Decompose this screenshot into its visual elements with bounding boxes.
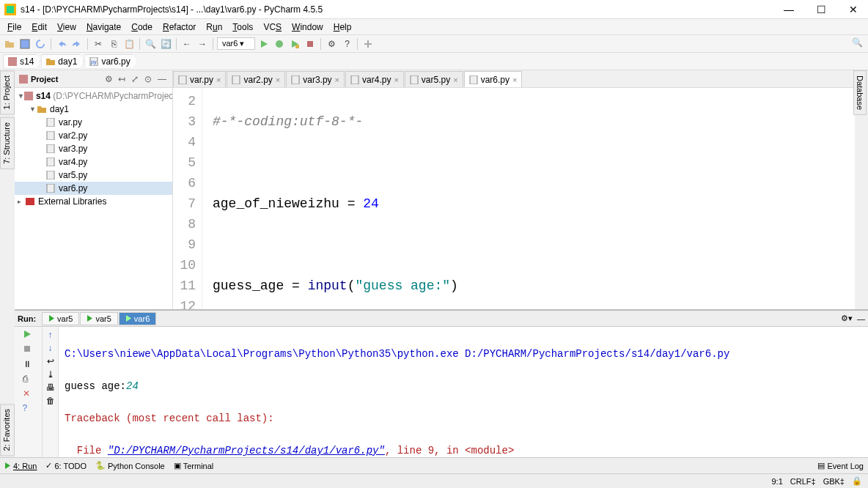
- replace-icon[interactable]: 🔄: [159, 37, 172, 51]
- help-icon[interactable]: ?: [340, 37, 353, 51]
- run-icon[interactable]: [257, 37, 271, 51]
- forward-icon[interactable]: →: [196, 37, 209, 51]
- settings-icon[interactable]: ⚙▾: [841, 314, 853, 323]
- close-button[interactable]: ✕: [843, 4, 864, 15]
- bottom-tab-run[interactable]: 4: Run: [4, 462, 37, 470]
- bottom-tab-python-console[interactable]: 🐍 Python Console: [95, 461, 165, 470]
- menu-code[interactable]: Code: [127, 21, 157, 34]
- code-area[interactable]: #-*-coding:utf-8-*- age_of_nieweizhu = 2…: [202, 88, 855, 309]
- lock-icon[interactable]: 🔒: [852, 476, 862, 486]
- side-tab-project[interactable]: 1: Project: [0, 70, 15, 114]
- code-editor[interactable]: 2345678910111213 #-*-coding:utf-8-*- age…: [173, 88, 855, 309]
- menu-tools[interactable]: Tools: [228, 21, 257, 34]
- side-tab-database[interactable]: Database: [853, 70, 867, 115]
- minimize-button[interactable]: —: [779, 4, 799, 15]
- close-tab-icon[interactable]: ×: [276, 75, 280, 84]
- side-tab-favorites[interactable]: 2: Favorites: [0, 404, 15, 456]
- tree-root[interactable]: ▼s14 (D:\PYCHARM\PycharmProjects\s14): [15, 89, 172, 103]
- menu-vcs[interactable]: VCS: [259, 21, 286, 34]
- copy-icon[interactable]: ⎘: [107, 37, 120, 51]
- pause-icon[interactable]: ⏸: [23, 359, 34, 371]
- crumb-file[interactable]: pyvar6.py: [84, 54, 136, 69]
- run-tab[interactable]: var5: [80, 312, 117, 325]
- sync-icon[interactable]: [34, 37, 47, 51]
- undo-icon[interactable]: [55, 37, 68, 51]
- menu-edit[interactable]: Edit: [27, 21, 51, 34]
- menu-run[interactable]: Run: [202, 21, 227, 34]
- find-icon[interactable]: 🔍: [144, 37, 157, 51]
- run-tab[interactable]: var5: [42, 312, 79, 325]
- tree-file[interactable]: var2.py: [15, 129, 172, 142]
- coverage-icon[interactable]: [288, 37, 301, 51]
- svg-rect-17: [26, 198, 34, 205]
- menu-help[interactable]: Help: [329, 21, 356, 34]
- menu-file[interactable]: File: [3, 21, 26, 34]
- tree-folder[interactable]: ▼day1: [15, 103, 172, 116]
- run-config-select[interactable]: var6 ▾: [217, 37, 255, 50]
- maximize-button[interactable]: ☐: [811, 4, 831, 15]
- menu-refactor[interactable]: Refactor: [158, 21, 200, 34]
- hide-icon[interactable]: —: [158, 74, 168, 84]
- close-tab-icon[interactable]: ×: [453, 75, 457, 84]
- dump-icon[interactable]: ⎙: [23, 374, 34, 385]
- print-icon[interactable]: 🖶: [46, 382, 55, 393]
- tree-file[interactable]: var3.py: [15, 142, 172, 155]
- status-position[interactable]: 9:1: [772, 477, 783, 486]
- up-icon[interactable]: ↑: [48, 330, 53, 340]
- bottom-tab-todo[interactable]: ✓ 6: TODO: [45, 461, 87, 470]
- console-output[interactable]: C:\Users\niewe\AppData\Local\Programs\Py…: [59, 327, 868, 457]
- rerun-icon[interactable]: [23, 330, 34, 341]
- close-tab-icon[interactable]: ×: [216, 75, 221, 84]
- expand-icon[interactable]: ⤢: [131, 74, 141, 84]
- bottom-tab-terminal[interactable]: ▣ Terminal: [174, 461, 214, 470]
- editor-tab-active[interactable]: var6.py×: [464, 71, 523, 87]
- editor-tab[interactable]: var.py×: [173, 71, 226, 87]
- close-tab-icon[interactable]: ×: [512, 75, 517, 84]
- settings-icon[interactable]: ⚙: [325, 37, 338, 51]
- hide-icon[interactable]: —: [857, 314, 865, 323]
- tree-file[interactable]: var5.py: [15, 169, 172, 182]
- stop-icon[interactable]: [304, 37, 317, 51]
- side-tab-structure[interactable]: 7: Structure: [0, 117, 15, 169]
- editor-tab[interactable]: var3.py×: [286, 71, 345, 87]
- bottom-tab-event-log[interactable]: ▤ Event Log: [817, 461, 864, 470]
- crumb-folder[interactable]: day1: [41, 54, 84, 69]
- stop-icon[interactable]: [23, 344, 34, 356]
- wrap-icon[interactable]: ↩: [47, 356, 54, 366]
- collapse-icon[interactable]: ↤: [118, 74, 128, 84]
- tree-file[interactable]: var4.py: [15, 155, 172, 169]
- paste-icon[interactable]: 📋: [122, 37, 136, 51]
- run-tab-active[interactable]: var6: [119, 312, 156, 325]
- back-icon[interactable]: ←: [180, 37, 194, 51]
- down-icon[interactable]: ↓: [48, 343, 53, 353]
- locate-icon[interactable]: ⊙: [144, 74, 155, 84]
- debug-icon[interactable]: [273, 37, 286, 51]
- tree-file[interactable]: var.py: [15, 116, 172, 129]
- cut-icon[interactable]: ✂: [92, 37, 105, 51]
- editor-tab[interactable]: var4.py×: [345, 71, 404, 87]
- scroll-icon[interactable]: ⤓: [47, 369, 54, 380]
- crumb-root[interactable]: s14: [3, 54, 40, 69]
- search-everywhere-icon[interactable]: 🔍: [852, 37, 865, 51]
- editor-tab[interactable]: var2.py×: [227, 71, 285, 87]
- status-line-separator[interactable]: CRLF‡: [790, 477, 816, 486]
- save-icon[interactable]: [18, 37, 32, 51]
- tree-external-libs[interactable]: ▸External Libraries: [15, 195, 172, 208]
- settings-icon[interactable]: ⚙: [105, 74, 115, 84]
- close-tab-icon[interactable]: ×: [335, 75, 339, 84]
- tree-file-selected[interactable]: var6.py: [15, 182, 172, 195]
- menu-window[interactable]: Window: [287, 21, 328, 34]
- clear-icon[interactable]: 🗑: [46, 396, 55, 406]
- status-encoding[interactable]: GBK‡: [823, 477, 845, 486]
- vcs-icon[interactable]: [361, 37, 375, 51]
- close-tab-icon[interactable]: ×: [394, 75, 398, 84]
- status-bar: 9:1 CRLF‡ GBK‡ 🔒: [0, 473, 868, 488]
- help-icon[interactable]: ?: [23, 403, 34, 415]
- menu-view[interactable]: View: [53, 21, 81, 34]
- editor-tab[interactable]: var5.py×: [405, 71, 463, 87]
- redo-icon[interactable]: [70, 37, 84, 51]
- open-icon[interactable]: [3, 37, 16, 51]
- project-tree[interactable]: ▼s14 (D:\PYCHARM\PycharmProjects\s14) ▼d…: [15, 88, 172, 309]
- menu-navigate[interactable]: Navigate: [82, 21, 125, 34]
- close-icon[interactable]: ✕: [23, 388, 34, 400]
